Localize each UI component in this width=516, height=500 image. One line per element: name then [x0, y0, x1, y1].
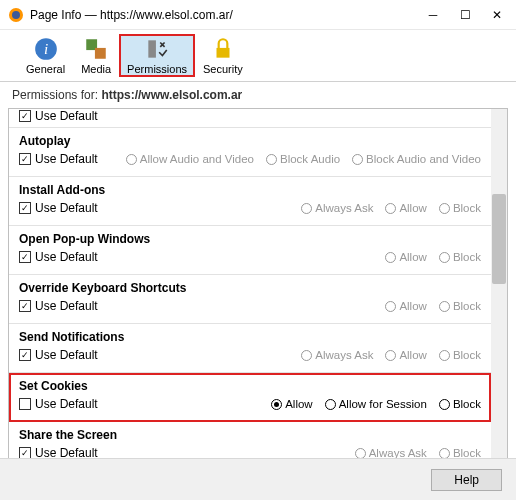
use-default-checkbox[interactable]: ✓Use Default [19, 348, 98, 362]
tab-security[interactable]: Security [195, 34, 251, 77]
info-icon: i [33, 36, 59, 62]
section-title: Autoplay [19, 134, 481, 148]
tab-permissions[interactable]: Permissions [119, 34, 195, 77]
svg-text:i: i [43, 40, 47, 57]
section-title: Set Cookies [19, 379, 481, 393]
perm-header-url: https://www.elsol.com.ar [101, 88, 242, 102]
tab-permissions-label: Permissions [127, 63, 187, 75]
svg-point-1 [12, 11, 20, 19]
radio-group: Always Ask Allow Block [301, 202, 481, 214]
use-default-checkbox[interactable]: ✓Use Default [19, 201, 98, 215]
footer: Help [0, 458, 516, 500]
radio-allow[interactable]: Allow [385, 202, 426, 214]
titlebar: Page Info — https://www.elsol.com.ar/ ─ … [0, 0, 516, 30]
tab-media-label: Media [81, 63, 111, 75]
section-override-shortcuts: Override Keyboard Shortcuts ✓Use Default… [9, 275, 491, 324]
radio-allow[interactable]: Allow [385, 349, 426, 361]
section-set-cookies: Set Cookies Use Default Allow Allow for … [9, 373, 491, 422]
maximize-button[interactable]: ☐ [458, 8, 472, 22]
radio-allow[interactable]: Allow [271, 398, 312, 410]
use-default-checkbox[interactable]: ✓Use Default [19, 250, 98, 264]
section-title: Open Pop-up Windows [19, 232, 481, 246]
radio-allow-for-session[interactable]: Allow for Session [325, 398, 427, 410]
section-title: Send Notifications [19, 330, 481, 344]
radio-group: Always Ask Allow Block [301, 349, 481, 361]
permissions-icon [144, 36, 170, 62]
radio-allow[interactable]: Allow [385, 300, 426, 312]
tab-general-label: General [26, 63, 65, 75]
use-default-checkbox[interactable]: ✓Use Default [19, 152, 98, 166]
radio-block[interactable]: Block [439, 251, 481, 263]
radio-block[interactable]: Block [439, 349, 481, 361]
use-default-checkbox[interactable]: Use Default [19, 397, 98, 411]
radio-always-ask[interactable]: Always Ask [301, 349, 373, 361]
radio-block-audio-video[interactable]: Block Audio and Video [352, 153, 481, 165]
radio-group: Allow Allow for Session Block [271, 398, 481, 410]
use-default-checkbox[interactable]: ✓Use Default [19, 299, 98, 313]
radio-group: Allow Audio and Video Block Audio Block … [126, 153, 481, 165]
section-popups: Open Pop-up Windows ✓Use Default Allow B… [9, 226, 491, 275]
section-title: Install Add-ons [19, 183, 481, 197]
toolbar: i General Media Permissions Security [0, 30, 516, 82]
help-button[interactable]: Help [431, 469, 502, 491]
radio-allow-audio-video[interactable]: Allow Audio and Video [126, 153, 254, 165]
section-top-cut: ✓Use Default [9, 109, 491, 128]
close-button[interactable]: ✕ [490, 8, 504, 22]
radio-always-ask[interactable]: Always Ask [301, 202, 373, 214]
window-title: Page Info — https://www.elsol.com.ar/ [30, 8, 426, 22]
lock-icon [210, 36, 236, 62]
media-icon [83, 36, 109, 62]
tab-security-label: Security [203, 63, 243, 75]
svg-rect-7 [216, 48, 229, 58]
scrollbar[interactable] [491, 109, 507, 487]
radio-block[interactable]: Block [439, 202, 481, 214]
section-autoplay: Autoplay ✓Use Default Allow Audio and Vi… [9, 128, 491, 177]
permissions-header: Permissions for: https://www.elsol.com.a… [0, 82, 516, 108]
radio-block[interactable]: Block [439, 300, 481, 312]
use-default-checkbox[interactable]: ✓Use Default [19, 109, 98, 123]
radio-allow[interactable]: Allow [385, 251, 426, 263]
minimize-button[interactable]: ─ [426, 8, 440, 22]
radio-group: Allow Block [385, 300, 481, 312]
radio-group: Allow Block [385, 251, 481, 263]
section-title: Share the Screen [19, 428, 481, 442]
section-send-notifications: Send Notifications ✓Use Default Always A… [9, 324, 491, 373]
section-install-addons: Install Add-ons ✓Use Default Always Ask … [9, 177, 491, 226]
permissions-scroll-content: ✓Use Default Autoplay ✓Use Default Allow… [9, 109, 491, 487]
permissions-list: ✓Use Default Autoplay ✓Use Default Allow… [8, 108, 508, 488]
svg-rect-5 [95, 48, 106, 59]
radio-block-audio[interactable]: Block Audio [266, 153, 340, 165]
radio-block[interactable]: Block [439, 398, 481, 410]
tab-media[interactable]: Media [73, 34, 119, 77]
tab-general[interactable]: i General [18, 34, 73, 77]
svg-rect-6 [148, 40, 156, 57]
perm-header-label: Permissions for: [12, 88, 98, 102]
scrollbar-thumb[interactable] [492, 194, 506, 284]
section-title: Override Keyboard Shortcuts [19, 281, 481, 295]
firefox-icon [8, 7, 24, 23]
window-controls: ─ ☐ ✕ [426, 8, 504, 22]
